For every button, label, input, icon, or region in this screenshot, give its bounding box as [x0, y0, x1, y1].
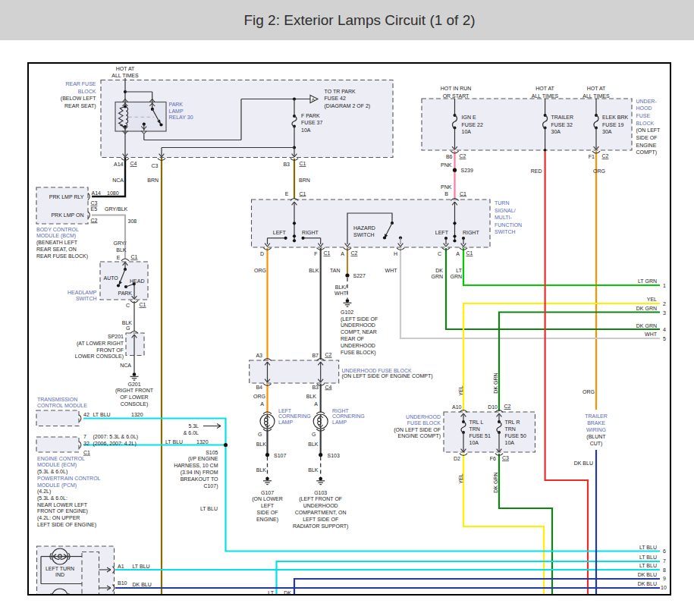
- svg-text:DK BLU: DK BLU: [638, 572, 657, 577]
- svg-text:TRAILER: TRAILER: [551, 115, 574, 120]
- svg-text:& 6.0L: & 6.0L: [184, 430, 199, 435]
- svg-text:B7: B7: [312, 353, 319, 358]
- svg-text:FUSE 32: FUSE 32: [551, 122, 573, 127]
- svg-text:SIDE OF: SIDE OF: [636, 135, 658, 140]
- svg-text:YEL: YEL: [647, 297, 657, 302]
- svg-text:ORG: ORG: [254, 268, 266, 273]
- svg-text:(BENEATH LEFT: (BENEATH LEFT: [36, 240, 78, 246]
- svg-text:8: 8: [663, 567, 666, 573]
- svg-text:PNK: PNK: [441, 184, 452, 190]
- svg-text:B3: B3: [283, 162, 290, 167]
- svg-text:CONSOLE): CONSOLE): [121, 401, 149, 407]
- svg-text:A: A: [314, 401, 318, 407]
- svg-text:A: A: [312, 97, 315, 102]
- svg-text:LEFT: LEFT: [278, 408, 292, 413]
- svg-text:G201: G201: [127, 382, 140, 387]
- svg-text:10: 10: [661, 585, 667, 590]
- svg-text:C1: C1: [140, 302, 146, 307]
- svg-text:RIGHT: RIGHT: [463, 230, 480, 235]
- svg-text:RED: RED: [531, 168, 542, 174]
- svg-text:LEFT SIDE OF: LEFT SIDE OF: [303, 517, 338, 522]
- svg-text:POWERTRAIN CONTROL: POWERTRAIN CONTROL: [37, 476, 101, 481]
- svg-text:30A: 30A: [551, 129, 561, 134]
- svg-text:C2: C2: [602, 153, 609, 159]
- svg-text:PRK LMP RLY: PRK LMP RLY: [49, 194, 84, 200]
- svg-text:A1: A1: [118, 564, 124, 569]
- svg-text:NCA: NCA: [112, 178, 124, 183]
- svg-text:C1: C1: [83, 450, 90, 455]
- svg-text:PRK LMP ON: PRK LMP ON: [51, 212, 83, 218]
- svg-text:HARNESS, 10 CM: HARNESS, 10 CM: [174, 463, 218, 468]
- svg-text:BREAKOUT TO: BREAKOUT TO: [181, 476, 218, 482]
- svg-text:RIGHT: RIGHT: [332, 408, 350, 413]
- svg-text:G102: G102: [341, 310, 353, 315]
- svg-text:(AT LOWER RIGHT: (AT LOWER RIGHT: [77, 341, 124, 347]
- svg-text:C1: C1: [131, 254, 138, 259]
- svg-text:C1: C1: [460, 191, 466, 196]
- svg-text:TRL L: TRL L: [469, 420, 484, 425]
- svg-text:COMPT): COMPT): [636, 149, 658, 156]
- svg-text:UNDERHOOD FUSE BLOCK: UNDERHOOD FUSE BLOCK: [342, 368, 413, 373]
- svg-text:LT BLU: LT BLU: [93, 412, 111, 417]
- svg-text:FUSE 51: FUSE 51: [469, 433, 491, 438]
- svg-text:YEL: YEL: [458, 473, 463, 483]
- svg-text:COMPT, NEAR: COMPT, NEAR: [341, 329, 377, 335]
- svg-text:LAMP: LAMP: [278, 420, 293, 425]
- svg-text:A: A: [260, 401, 264, 407]
- svg-text:LT BLU: LT BLU: [200, 506, 218, 511]
- svg-text:IND: IND: [55, 572, 64, 577]
- svg-text:LAMP: LAMP: [332, 420, 347, 425]
- svg-text:TRN: TRN: [505, 426, 516, 432]
- svg-text:B: B: [444, 191, 448, 196]
- svg-text:PNK: PNK: [441, 162, 452, 168]
- svg-text:FRONT OF: FRONT OF: [96, 347, 124, 353]
- svg-text:DK GRN: DK GRN: [636, 306, 657, 311]
- svg-text:C: C: [438, 251, 441, 256]
- svg-text:LT BLU: LT BLU: [133, 564, 150, 569]
- svg-text:LT BLU: LT BLU: [639, 555, 657, 560]
- svg-text:ALL TIMES: ALL TIMES: [111, 73, 139, 78]
- svg-text:MULTI-: MULTI-: [495, 215, 512, 220]
- svg-text:REAR FUSE: REAR FUSE: [65, 81, 96, 86]
- svg-text:10A: 10A: [462, 129, 472, 134]
- svg-text:S105: S105: [206, 450, 218, 455]
- svg-text:FUSE 37: FUSE 37: [301, 120, 323, 125]
- svg-text:2: 2: [663, 301, 666, 306]
- svg-text:GRY/: GRY/: [114, 240, 127, 246]
- svg-text:BLK: BLK: [308, 467, 319, 473]
- svg-text:FUSE BLOCK: FUSE BLOCK: [407, 420, 441, 426]
- svg-text:C1: C1: [466, 250, 473, 256]
- svg-text:BLK: BLK: [308, 442, 319, 447]
- svg-text:SWITCH: SWITCH: [76, 296, 97, 301]
- svg-text:LT BLU: LT BLU: [165, 439, 183, 445]
- svg-text:FRONT OF ENGINE): FRONT OF ENGINE): [37, 508, 88, 514]
- svg-text:RADIATOR SUPPORT): RADIATOR SUPPORT): [293, 523, 349, 530]
- svg-text:3: 3: [663, 310, 666, 316]
- svg-text:(2006, 2007: 4.2L): (2006, 2007: 4.2L): [93, 441, 137, 447]
- svg-text:5.3L: 5.3L: [188, 423, 199, 429]
- svg-text:(LEFT SIDE OF: (LEFT SIDE OF: [341, 316, 378, 322]
- svg-text:REAR SEAT, ON: REAR SEAT, ON: [36, 247, 77, 252]
- svg-text:REAR OF: REAR OF: [341, 336, 364, 341]
- svg-text:G: G: [312, 432, 316, 437]
- svg-text:32: 32: [83, 441, 89, 446]
- svg-text:B6: B6: [446, 154, 453, 159]
- svg-text:DK GRN: DK GRN: [493, 472, 498, 492]
- svg-text:CORNERING: CORNERING: [278, 413, 311, 419]
- svg-text:DK GRN: DK GRN: [493, 372, 498, 393]
- svg-text:C3: C3: [152, 163, 159, 168]
- svg-text:BLK: BLK: [122, 320, 133, 325]
- svg-text:BLK/: BLK/: [335, 284, 347, 290]
- svg-text:1320: 1320: [196, 439, 209, 445]
- svg-text:(DIAGRAM 2 OF 2): (DIAGRAM 2 OF 2): [325, 103, 371, 109]
- svg-text:30A: 30A: [602, 129, 612, 134]
- svg-text:FUSE 22: FUSE 22: [462, 122, 484, 127]
- svg-text:D: D: [260, 251, 264, 256]
- svg-text:C2: C2: [91, 218, 98, 223]
- svg-text:GRN: GRN: [431, 274, 443, 279]
- svg-text:OR START: OR START: [443, 93, 469, 99]
- svg-text:MODULE (PCM): MODULE (PCM): [37, 482, 77, 489]
- svg-text:WHT: WHT: [334, 291, 347, 296]
- svg-text:TURN: TURN: [495, 200, 509, 206]
- svg-text:REAR SEAT): REAR SEAT): [64, 103, 96, 109]
